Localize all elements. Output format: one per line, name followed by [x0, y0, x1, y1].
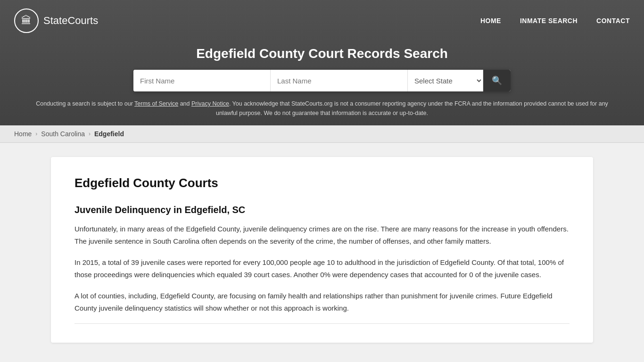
logo-bold: State	[43, 15, 67, 26]
logo-icon: 🏛	[14, 8, 39, 33]
disclaimer-before: Conducting a search is subject to our	[36, 100, 134, 107]
last-name-input[interactable]	[271, 70, 408, 91]
logo-text: StateCourts	[43, 15, 98, 27]
state-select[interactable]: Select State AlabamaAlaskaArizonaArkansa…	[408, 70, 483, 91]
main-heading: Edgefield County Courts	[74, 176, 570, 190]
logo-link[interactable]: 🏛 StateCourts	[14, 8, 98, 33]
first-name-input[interactable]	[133, 70, 271, 91]
section1-heading: Juvenile Delinquency in Edgefield, SC	[74, 205, 570, 215]
breadcrumb: Home › South Carolina › Edgefield	[0, 125, 644, 143]
search-form: Select State AlabamaAlaskaArizonaArkansa…	[133, 70, 511, 91]
terms-link[interactable]: Terms of Service	[134, 100, 178, 107]
page-title-wrap: Edgefield County Court Records Search	[0, 41, 644, 70]
nav-contact[interactable]: CONTACT	[596, 17, 630, 25]
disclaimer-after: . You acknowledge that StateCourts.org i…	[216, 100, 608, 116]
paragraph-3: A lot of counties, including, Edgefield …	[74, 290, 570, 314]
paragraph-2: In 2015, a total of 39 juvenile cases we…	[74, 256, 570, 280]
search-button[interactable]: 🔍	[483, 70, 511, 91]
breadcrumb-home[interactable]: Home	[14, 130, 32, 138]
breadcrumb-current: Edgefield	[94, 130, 124, 138]
nav-home[interactable]: HOME	[480, 17, 501, 25]
header: 🏛 StateCourts HOME INMATE SEARCH CONTACT…	[0, 0, 644, 125]
section-divider	[74, 323, 570, 324]
search-bar: Select State AlabamaAlaskaArizonaArkansa…	[0, 70, 644, 99]
breadcrumb-sep-1: ›	[35, 131, 37, 137]
paragraph-1: Unfortunately, in many areas of the Edge…	[74, 223, 570, 247]
disclaimer-middle: and	[178, 100, 191, 107]
nav-inmate-search[interactable]: INMATE SEARCH	[520, 17, 578, 25]
search-icon: 🔍	[492, 75, 502, 86]
privacy-link[interactable]: Privacy Notice	[191, 100, 229, 107]
page-title: Edgefield County Court Records Search	[9, 46, 635, 61]
logo-normal: Courts	[67, 15, 98, 26]
main-content-wrap: Edgefield County Courts Juvenile Delinqu…	[0, 143, 644, 357]
navbar: 🏛 StateCourts HOME INMATE SEARCH CONTACT	[0, 0, 644, 41]
breadcrumb-sep-2: ›	[89, 131, 91, 137]
nav-links: HOME INMATE SEARCH CONTACT	[480, 17, 630, 25]
breadcrumb-state[interactable]: South Carolina	[41, 130, 85, 138]
content-card: Edgefield County Courts Juvenile Delinqu…	[51, 157, 593, 343]
disclaimer-text: Conducting a search is subject to our Te…	[0, 99, 644, 125]
